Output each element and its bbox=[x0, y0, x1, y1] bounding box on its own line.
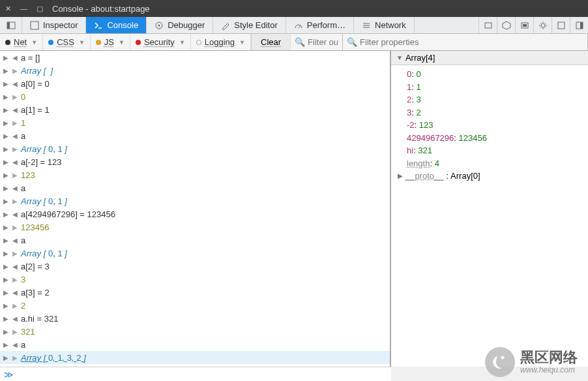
property-line[interactable]: hi: 321 bbox=[407, 144, 588, 157]
property-line[interactable]: 3: 2 bbox=[407, 106, 588, 119]
tab-debugger[interactable]: Debugger bbox=[147, 17, 213, 33]
tab-network[interactable]: Network bbox=[354, 17, 415, 33]
console-row[interactable]: ▶◀a bbox=[0, 129, 390, 142]
expand-icon[interactable]: ▶ bbox=[1, 198, 10, 205]
expand-icon[interactable]: ▶ bbox=[1, 119, 10, 127]
console-row[interactable]: ▶▶Array [ 0, 1 ] bbox=[0, 142, 390, 155]
expand-icon[interactable]: ▶ bbox=[1, 93, 10, 100]
direction-icon: ◀ bbox=[10, 237, 20, 244]
props-header[interactable]: ▼ Array[4] bbox=[391, 51, 588, 65]
expand-icon[interactable]: ▶ bbox=[1, 341, 10, 348]
console-row[interactable]: ▶▶3 bbox=[0, 273, 390, 286]
console-row[interactable]: ▶◀a = [] bbox=[0, 51, 390, 64]
expand-icon[interactable]: ▶ bbox=[1, 224, 10, 231]
console-row[interactable]: ▶◀a[1] = 1 bbox=[0, 103, 390, 116]
console-row[interactable]: ▶◀a[4294967296] = 123456 bbox=[0, 207, 390, 221]
expand-icon[interactable]: ▶ bbox=[1, 67, 10, 74]
property-line[interactable]: 0: 0 bbox=[407, 68, 588, 81]
filter-properties-search[interactable]: 🔍 bbox=[343, 34, 588, 50]
direction-icon: ▶ bbox=[10, 67, 20, 74]
row-text: 123456 bbox=[20, 222, 49, 232]
expand-icon[interactable]: ▶ bbox=[1, 106, 10, 114]
direction-icon: ◀ bbox=[10, 54, 20, 61]
console-row[interactable]: ▶◀a.hi = 321 bbox=[0, 312, 390, 325]
console-row[interactable]: ▶▶0 bbox=[0, 90, 390, 103]
expand-icon[interactable]: ▶ bbox=[1, 263, 10, 270]
expand-icon[interactable]: ▶ bbox=[1, 145, 10, 153]
minimize-icon[interactable]: — bbox=[20, 5, 27, 12]
expand-icon[interactable]: ▶ bbox=[1, 276, 10, 283]
console-row[interactable]: ▶◀a[0] = 0 bbox=[0, 77, 390, 90]
expand-icon[interactable]: ▶ bbox=[1, 289, 10, 296]
console-output-pane[interactable]: ▶◀a = []▶▶Array [ ]▶◀a[0] = 0▶▶0▶◀a[1] =… bbox=[0, 51, 391, 367]
expand-icon[interactable]: ▶ bbox=[1, 80, 10, 87]
expand-icon[interactable]: ▶ bbox=[1, 172, 10, 179]
search-icon: 🔍 bbox=[347, 37, 357, 47]
expand-icon[interactable]: ▶ bbox=[1, 315, 10, 322]
property-line[interactable]: -2: 123 bbox=[407, 119, 588, 132]
console-row[interactable]: ▶▶Array [ 0, 1, 3, 2 ] bbox=[0, 351, 390, 364]
twisty-right-icon[interactable]: ▶ bbox=[398, 171, 403, 181]
expand-icon[interactable]: ▶ bbox=[1, 185, 10, 192]
console-row[interactable]: ▶◀a bbox=[0, 181, 390, 194]
expand-icon[interactable]: ▶ bbox=[1, 237, 10, 244]
property-line[interactable]: 4294967296: 123456 bbox=[407, 132, 588, 145]
settings-icon[interactable] bbox=[533, 17, 551, 33]
console-prompt[interactable]: ≫ bbox=[0, 367, 391, 381]
screenshot-icon[interactable] bbox=[515, 17, 533, 33]
console-row[interactable]: ▶▶Array [ ] bbox=[0, 64, 390, 77]
filter-properties-input[interactable] bbox=[360, 37, 583, 47]
console-row[interactable]: ▶▶123 bbox=[0, 168, 390, 181]
tab-label: Style Editor bbox=[234, 20, 277, 30]
console-row[interactable]: ▶◀a bbox=[0, 338, 390, 351]
inspector-icon bbox=[30, 21, 39, 30]
window-title: Console - about:startpage bbox=[52, 4, 150, 14]
tab-console[interactable]: Console bbox=[86, 17, 147, 33]
console-row[interactable]: ▶▶Array [ 0, 1 ] bbox=[0, 194, 390, 207]
properties-pane: ▼ Array[4] 0: 01: 12: 33: 2-2: 123429496… bbox=[391, 51, 588, 367]
expand-icon[interactable]: ▶ bbox=[1, 354, 10, 361]
box-model-icon[interactable] bbox=[497, 17, 515, 33]
filter-net[interactable]: Net ▼ bbox=[0, 34, 43, 50]
props-header-label: Array[4] bbox=[405, 53, 435, 63]
property-line[interactable]: 2: 3 bbox=[407, 93, 588, 106]
clear-button[interactable]: Clear bbox=[251, 34, 291, 50]
console-row[interactable]: ▶◀a[2] = 3 bbox=[0, 260, 390, 273]
maximize-icon[interactable]: ▢ bbox=[37, 5, 43, 13]
filter-js[interactable]: JS ▼ bbox=[91, 34, 130, 50]
twisty-down-icon[interactable]: ▼ bbox=[396, 54, 403, 61]
filter-security[interactable]: Security ▼ bbox=[130, 34, 191, 50]
expand-icon[interactable]: ▶ bbox=[1, 54, 10, 61]
expand-icon[interactable]: ▶ bbox=[1, 328, 10, 335]
console-row[interactable]: ▶▶2 bbox=[0, 299, 390, 312]
property-line[interactable]: 1: 1 bbox=[407, 81, 588, 94]
console-row[interactable]: ▶▶1 bbox=[0, 116, 390, 129]
console-row[interactable]: ▶▶Array [ 0, 1 ] bbox=[0, 247, 390, 260]
frame-select-icon[interactable] bbox=[478, 17, 497, 33]
filter-logging[interactable]: Logging ▼ bbox=[191, 34, 251, 50]
console-row[interactable]: ▶▶123456 bbox=[0, 221, 390, 234]
filter-css[interactable]: CSS ▼ bbox=[43, 34, 91, 50]
console-row[interactable]: ▶◀a[-2] = 123 bbox=[0, 155, 390, 168]
sidebar-toggle-icon[interactable] bbox=[0, 17, 22, 33]
direction-icon: ◀ bbox=[10, 106, 20, 114]
property-length[interactable]: length: 4 bbox=[407, 157, 588, 170]
close-icon[interactable]: ✕ bbox=[5, 5, 11, 13]
console-row[interactable]: ▶◀a bbox=[0, 234, 390, 247]
expand-icon[interactable]: ▶ bbox=[1, 132, 10, 140]
tab-inspector[interactable]: Inspector bbox=[22, 17, 86, 33]
svg-rect-14 bbox=[558, 22, 565, 29]
expand-icon[interactable]: ▶ bbox=[1, 302, 10, 309]
tab-style-editor[interactable]: Style Editor bbox=[213, 17, 286, 33]
filter-output-search[interactable]: 🔍 bbox=[291, 34, 343, 50]
expand-icon[interactable]: ▶ bbox=[1, 250, 10, 257]
tab-performance[interactable]: Perform… bbox=[286, 17, 354, 33]
console-row[interactable]: ▶▶321 bbox=[0, 325, 390, 338]
dock-side-icon[interactable] bbox=[570, 17, 588, 33]
filter-output-input[interactable] bbox=[308, 37, 338, 47]
property-proto[interactable]: ▶ __proto__: Array[0] bbox=[398, 170, 588, 183]
expand-icon[interactable]: ▶ bbox=[1, 211, 10, 218]
dock-icon[interactable] bbox=[551, 17, 570, 33]
console-row[interactable]: ▶◀a[3] = 2 bbox=[0, 286, 390, 299]
expand-icon[interactable]: ▶ bbox=[1, 159, 10, 166]
